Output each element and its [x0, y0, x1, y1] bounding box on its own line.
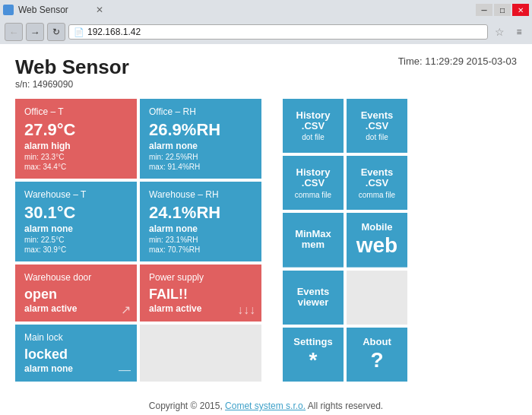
- history-csv-dot-card[interactable]: History.CSV dot file: [283, 99, 344, 153]
- history-csv-dot-title: History.CSV: [296, 110, 331, 132]
- mobile-title: Mobile: [361, 222, 392, 233]
- office-t-card: Office – T 27.9°C alarm high min: 23.3°C…: [15, 99, 137, 179]
- warehouse-rh-min: min: 23.1%RH: [149, 236, 252, 244]
- minimize-button[interactable]: ─: [476, 4, 492, 16]
- warehouse-t-min: min: 22.5°C: [24, 236, 128, 244]
- warehouse-rh-value: 24.1%RH: [149, 204, 252, 221]
- minmax-mem-title: MinMaxmem: [295, 229, 331, 251]
- events-csv-dot-card[interactable]: Events.CSV dot file: [347, 99, 407, 153]
- forward-button[interactable]: →: [26, 23, 44, 41]
- footer-text: Copyright © 2015,: [149, 401, 225, 411]
- warehouse-door-icon: ↗: [121, 303, 131, 317]
- close-button[interactable]: ✕: [512, 4, 529, 16]
- back-button[interactable]: ←: [5, 23, 23, 41]
- events-csv-dot-title: Events.CSV: [361, 110, 394, 132]
- warehouse-rh-max: max: 70.7%RH: [149, 246, 252, 254]
- warehouse-t-card: Warehouse – T 30.1°C alarm none min: 22.…: [15, 182, 137, 261]
- events-csv-comma-subtitle: comma file: [359, 191, 395, 199]
- about-icon: ?: [370, 348, 383, 372]
- warehouse-door-status: alarm active: [24, 303, 128, 314]
- browser-tab-title: Web Sensor: [18, 5, 68, 15]
- events-viewer-title: Eventsviewer: [297, 287, 330, 309]
- warehouse-t-status: alarm none: [24, 223, 128, 234]
- main-lock-icon: —: [119, 363, 131, 377]
- main-lock-status: alarm none: [24, 363, 128, 374]
- office-t-min: min: 23.3°C: [24, 153, 128, 161]
- power-supply-card: Power supply FAIL!! alarm active ↓↓↓: [140, 265, 261, 322]
- history-csv-dot-subtitle: dot file: [302, 133, 324, 141]
- footer-link[interactable]: Comet system s.r.o.: [225, 401, 306, 411]
- warehouse-door-state: open: [24, 287, 128, 301]
- tab-close-icon[interactable]: ✕: [96, 5, 103, 15]
- office-t-value: 27.9°C: [24, 122, 128, 138]
- address-text: 192.168.1.42: [87, 27, 141, 37]
- office-t-max: max: 34.4°C: [24, 163, 128, 171]
- office-rh-value: 26.9%RH: [149, 122, 252, 138]
- warehouse-rh-status: alarm none: [149, 223, 252, 234]
- sensor-layout: Office – T 27.9°C alarm high min: 23.3°C…: [15, 99, 517, 382]
- gap-column: [264, 99, 280, 382]
- browser-favicon: [3, 5, 14, 15]
- main-lock-state: locked: [24, 347, 128, 361]
- office-t-title: Office – T: [24, 106, 128, 117]
- settings-icon: *: [309, 348, 318, 372]
- office-rh-max: max: 91.4%RH: [149, 163, 252, 171]
- mobile-web-icon: web: [356, 233, 397, 258]
- about-title: About: [363, 337, 391, 347]
- page-icon: 📄: [74, 27, 84, 37]
- left-sensor-section: Office – T 27.9°C alarm high min: 23.3°C…: [15, 99, 261, 382]
- warehouse-door-title: Warehouse door: [24, 272, 128, 283]
- app-title: Web Sensor: [15, 55, 129, 79]
- settings-title: Settings: [293, 337, 332, 347]
- refresh-button[interactable]: ↻: [47, 23, 65, 41]
- empty-placeholder: [140, 325, 261, 382]
- nav-bar: ← → ↻ 📄 192.168.1.42 ☆ ≡: [0, 20, 532, 44]
- page-footer: Copyright © 2015, Comet system s.r.o. Al…: [0, 393, 532, 415]
- title-bar: Web Sensor ✕ ─ □ ✕: [0, 0, 532, 20]
- warehouse-door-card: Warehouse door open alarm active ↗: [15, 265, 137, 322]
- history-csv-comma-subtitle: comma file: [295, 191, 331, 199]
- events-csv-comma-card[interactable]: Events.CSV comma file: [347, 156, 407, 210]
- bookmark-icon[interactable]: ☆: [491, 24, 508, 40]
- events-csv-comma-title: Events.CSV: [361, 167, 394, 189]
- right-utility-section: History.CSV dot file Events.CSV dot file…: [283, 99, 407, 382]
- page-header: Web Sensor s/n: 14969090 Time: 11:29:29 …: [15, 55, 517, 90]
- app-serial: s/n: 14969090: [15, 79, 129, 90]
- history-csv-comma-card[interactable]: History.CSV comma file: [283, 156, 344, 210]
- footer-text2: All rights reserved.: [306, 401, 383, 411]
- address-bar[interactable]: 📄 192.168.1.42: [68, 24, 488, 40]
- settings-card[interactable]: Settings *: [283, 328, 344, 382]
- page-content: Web Sensor s/n: 14969090 Time: 11:29:29 …: [0, 44, 532, 393]
- power-supply-title: Power supply: [149, 272, 252, 283]
- main-lock-title: Main lock: [24, 332, 128, 343]
- power-supply-state: FAIL!!: [149, 287, 252, 301]
- warehouse-t-title: Warehouse – T: [24, 189, 128, 200]
- warehouse-t-value: 30.1°C: [24, 204, 128, 221]
- warehouse-rh-card: Warehouse – RH 24.1%RH alarm none min: 2…: [140, 182, 261, 261]
- events-csv-dot-subtitle: dot file: [366, 133, 388, 141]
- office-rh-min: min: 22.5%RH: [149, 153, 252, 161]
- window-controls: ─ □ ✕: [476, 4, 529, 16]
- history-csv-comma-title: History.CSV: [296, 167, 331, 189]
- mobile-web-card[interactable]: Mobile web: [347, 213, 407, 267]
- office-t-status: alarm high: [24, 141, 128, 151]
- time-display: Time: 11:29:29 2015-03-03: [398, 55, 517, 67]
- office-rh-title: Office – RH: [149, 106, 252, 117]
- maximize-button[interactable]: □: [494, 4, 511, 16]
- events-viewer-card[interactable]: Eventsviewer: [283, 271, 344, 325]
- main-lock-card: Main lock locked alarm none —: [15, 325, 137, 382]
- warehouse-t-max: max: 30.9°C: [24, 246, 128, 254]
- office-rh-status: alarm none: [149, 141, 252, 151]
- warehouse-rh-title: Warehouse – RH: [149, 189, 252, 200]
- office-rh-card: Office – RH 26.9%RH alarm none min: 22.5…: [140, 99, 261, 179]
- events-viewer-empty: [347, 271, 407, 325]
- browser-menu-icon[interactable]: ≡: [511, 24, 527, 40]
- about-card[interactable]: About ?: [347, 328, 407, 382]
- minmax-mem-card[interactable]: MinMaxmem: [283, 213, 344, 267]
- power-supply-icon: ↓↓↓: [237, 303, 255, 317]
